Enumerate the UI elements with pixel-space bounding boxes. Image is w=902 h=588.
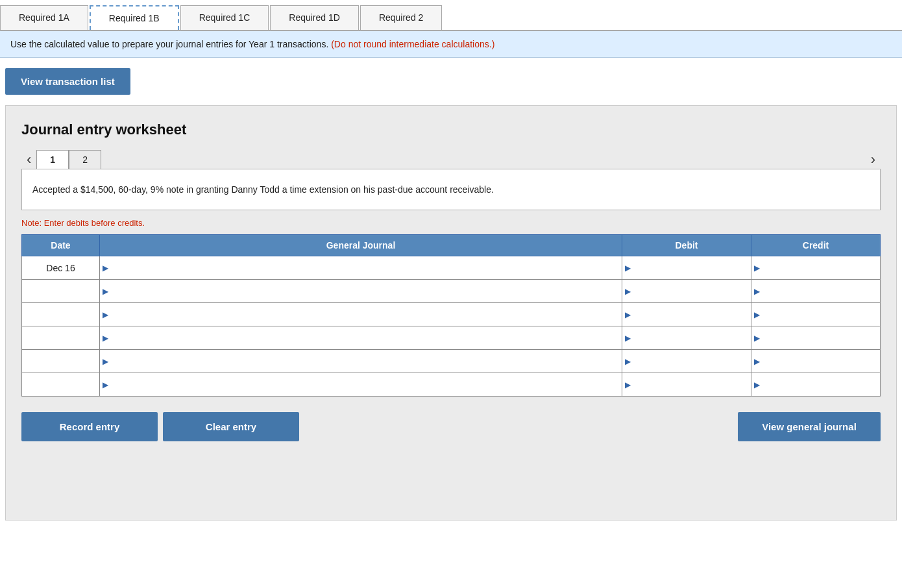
journal-input-4[interactable] — [110, 355, 622, 368]
credit-cell-2[interactable]: ▶ — [751, 303, 881, 326]
cell-arrow-icon: ▶ — [754, 334, 760, 343]
cell-arrow-icon: ▶ — [754, 357, 760, 366]
cell-arrow-icon: ▶ — [625, 310, 631, 319]
cell-arrow-icon: ▶ — [625, 380, 631, 389]
cell-arrow-icon: ▶ — [754, 310, 760, 319]
date-cell-2 — [22, 303, 100, 326]
entry-tab-2[interactable]: 2 — [69, 150, 101, 169]
cell-arrow-icon: ▶ — [103, 380, 108, 389]
debit-input-3[interactable] — [632, 332, 751, 345]
info-bar: Use the calculated value to prepare your… — [0, 31, 902, 58]
date-cell-0: Dec 16 — [22, 256, 100, 280]
col-header-journal: General Journal — [100, 235, 622, 256]
entry-tab-1[interactable]: 1 — [36, 150, 69, 169]
main-panel: Journal entry worksheet ‹ 1 2 › Accepted… — [5, 105, 897, 521]
description-box: Accepted a $14,500, 60-day, 9% note in g… — [21, 169, 881, 210]
table-header-row: Date General Journal Debit Credit — [22, 235, 881, 256]
debit-input-0[interactable] — [632, 262, 751, 275]
credit-input-2[interactable] — [761, 308, 880, 321]
table-row: ▶▶▶ — [22, 303, 881, 326]
debit-cell-4[interactable]: ▶ — [622, 350, 751, 373]
journal-cell-2[interactable]: ▶ — [100, 303, 622, 326]
credit-cell-1[interactable]: ▶ — [751, 280, 881, 303]
cell-arrow-icon: ▶ — [103, 310, 108, 319]
clear-entry-button[interactable]: Clear entry — [163, 412, 299, 441]
table-row: Dec 16▶▶▶ — [22, 256, 881, 280]
worksheet-title: Journal entry worksheet — [21, 121, 881, 138]
note-text: Note: Enter debits before credits. — [21, 218, 881, 228]
debit-input-4[interactable] — [632, 355, 751, 368]
cell-arrow-icon: ▶ — [103, 357, 108, 366]
date-cell-5 — [22, 373, 100, 397]
debit-cell-3[interactable]: ▶ — [622, 326, 751, 350]
cell-arrow-icon: ▶ — [625, 263, 631, 273]
view-general-journal-button[interactable]: View general journal — [738, 412, 881, 441]
journal-table: Date General Journal Debit Credit Dec 16… — [21, 234, 881, 397]
table-row: ▶▶▶ — [22, 280, 881, 303]
cell-arrow-icon: ▶ — [103, 287, 108, 296]
journal-cell-3[interactable]: ▶ — [100, 326, 622, 350]
journal-input-2[interactable] — [110, 308, 622, 321]
table-row: ▶▶▶ — [22, 350, 881, 373]
cell-arrow-icon: ▶ — [625, 334, 631, 343]
debit-input-2[interactable] — [632, 308, 751, 321]
journal-input-0[interactable] — [110, 262, 622, 275]
debit-cell-5[interactable]: ▶ — [622, 373, 751, 397]
date-cell-3 — [22, 326, 100, 350]
credit-cell-0[interactable]: ▶ — [751, 256, 881, 280]
credit-cell-4[interactable]: ▶ — [751, 350, 881, 373]
cell-arrow-icon: ▶ — [754, 263, 760, 273]
journal-input-3[interactable] — [110, 332, 622, 345]
tab-req2[interactable]: Required 2 — [360, 5, 443, 30]
prev-entry-arrow[interactable]: ‹ — [21, 151, 36, 168]
credit-input-5[interactable] — [761, 378, 880, 391]
credit-cell-3[interactable]: ▶ — [751, 326, 881, 350]
table-row: ▶▶▶ — [22, 326, 881, 350]
info-main-text: Use the calculated value to prepare your… — [10, 39, 328, 49]
info-warning-text: (Do not round intermediate calculations.… — [331, 39, 494, 49]
credit-input-3[interactable] — [761, 332, 880, 345]
record-entry-button[interactable]: Record entry — [21, 412, 158, 441]
journal-input-5[interactable] — [110, 378, 622, 391]
journal-cell-1[interactable]: ▶ — [100, 280, 622, 303]
credit-input-0[interactable] — [761, 262, 880, 275]
tab-req1a[interactable]: Required 1A — [0, 5, 88, 30]
table-row: ▶▶▶ — [22, 373, 881, 397]
date-cell-4 — [22, 350, 100, 373]
journal-input-1[interactable] — [110, 285, 622, 298]
credit-input-4[interactable] — [761, 355, 880, 368]
journal-cell-0[interactable]: ▶ — [100, 256, 622, 280]
tab-req1c[interactable]: Required 1C — [180, 5, 269, 30]
buttons-row: Record entry Clear entry View general jo… — [21, 412, 881, 441]
debit-cell-2[interactable]: ▶ — [622, 303, 751, 326]
cell-arrow-icon: ▶ — [754, 287, 760, 296]
tabs-bar: Required 1A Required 1B Required 1C Requ… — [0, 0, 902, 31]
journal-cell-5[interactable]: ▶ — [100, 373, 622, 397]
cell-arrow-icon: ▶ — [103, 263, 108, 273]
col-header-debit: Debit — [622, 235, 751, 256]
entry-nav: ‹ 1 2 › — [21, 150, 881, 169]
col-header-credit: Credit — [751, 235, 881, 256]
view-transaction-button[interactable]: View transaction list — [5, 68, 130, 95]
credit-input-1[interactable] — [761, 285, 880, 298]
tab-req1b[interactable]: Required 1B — [90, 5, 179, 30]
credit-cell-5[interactable]: ▶ — [751, 373, 881, 397]
debit-cell-0[interactable]: ▶ — [622, 256, 751, 280]
col-header-date: Date — [22, 235, 100, 256]
cell-arrow-icon: ▶ — [625, 357, 631, 366]
next-entry-arrow[interactable]: › — [866, 151, 881, 168]
debit-cell-1[interactable]: ▶ — [622, 280, 751, 303]
journal-cell-4[interactable]: ▶ — [100, 350, 622, 373]
debit-input-5[interactable] — [632, 378, 751, 391]
cell-arrow-icon: ▶ — [754, 380, 760, 389]
tab-req1d[interactable]: Required 1D — [270, 5, 359, 30]
debit-input-1[interactable] — [632, 285, 751, 298]
cell-arrow-icon: ▶ — [103, 334, 108, 343]
cell-arrow-icon: ▶ — [625, 287, 631, 296]
date-cell-1 — [22, 280, 100, 303]
